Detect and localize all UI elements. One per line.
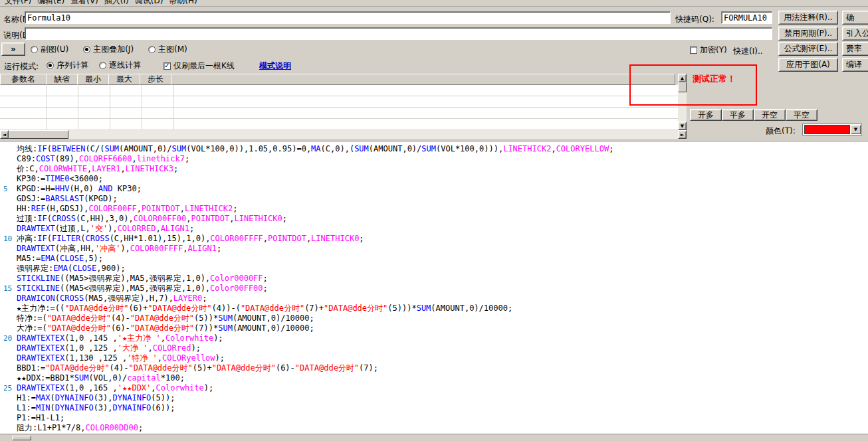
code-line[interactable]: 强弱界定:EMA(CLOSE,900); (0, 264, 868, 274)
code-line[interactable]: P1:=H1-L1; (0, 413, 868, 423)
code-line[interactable]: STICKLINE((MA5>强弱界定),MA5,强弱界定,1,0),Color… (0, 274, 868, 284)
code-line[interactable]: C89:COST(89),COLORFF6600,linethick7; (0, 154, 868, 164)
quick-button[interactable]: 快速(I).. (733, 46, 763, 57)
code-line[interactable]: ★★DDX:=BBD1*SUM(VOL,0)/capital*100; (0, 373, 868, 383)
code-line[interactable]: 15STICKLINE((MA5<强弱界定),MA5,强弱界定,1,0),Col… (0, 284, 868, 294)
right-button[interactable]: 应用于图(A) (778, 58, 838, 72)
code-line[interactable]: 25DRAWTEXTEX(1,0 ,165 ,'★★DDX',Colorwhit… (0, 383, 868, 393)
radio-option[interactable]: 副图(U) (31, 44, 68, 55)
code-line[interactable]: 大净:=("DATA@dde分时"(6)-"DATA@dde分时"(7))*SU… (0, 323, 868, 333)
code-line[interactable]: MA5:=EMA(CLOSE,5); (0, 254, 868, 264)
code-line[interactable]: 过顶:IF(CROSS(C,HH),3,0),COLOR00FF00,POINT… (0, 214, 868, 224)
param-table-body[interactable] (0, 85, 678, 130)
code-line[interactable]: 价:C,COLORWHITE,LAYER1,LINETHICK3; (0, 164, 868, 174)
code-line[interactable]: 5KPGD:=H=HHV(H,0) AND KP30; (0, 184, 868, 194)
menu-item[interactable]: 调试(D) (134, 0, 165, 6)
code-text: KP30:=TIME0<36000; (17, 174, 103, 183)
param-table-header-cell[interactable]: 最小 (77, 74, 109, 85)
right-button-clipped[interactable]: 费率 (842, 42, 868, 56)
table-grid-line (110, 85, 110, 130)
bottom-scroll-thumb[interactable] (12, 436, 31, 440)
code-token: , (156, 224, 160, 233)
code-token: FILTER (52, 234, 80, 243)
refresh-last-bar-checkbox[interactable]: 仅刷最后一根K线 (163, 60, 235, 72)
radio-option[interactable]: 主图叠加(J) (83, 44, 134, 55)
code-line[interactable]: L1:=MIN(DYNAINFO(3),DYNAINFO(6)); (0, 403, 868, 413)
right-button-clipped[interactable]: 编译 (842, 58, 868, 72)
code-line[interactable]: DRAWTEXTEX(1,0 ,125 ,'大净 ',COLORred); (0, 343, 868, 353)
code-line[interactable]: 10冲高:IF(FILTER(CROSS(C,HH*1.01),15),1,0)… (0, 234, 868, 244)
scroll-up-icon[interactable]: ▲ (678, 74, 687, 82)
vscroll-thumb[interactable] (678, 82, 687, 92)
code-token: ; (202, 294, 207, 303)
param-table-hscrollbar[interactable]: ◄ ► (0, 130, 687, 139)
code-line[interactable]: DRAWTEXTEX(1,130 ,125 ,'特净 ',COLORyellow… (0, 353, 868, 363)
code-line[interactable]: DRAWTEXT(过顶,L,'突'),COLORRED,ALIGN1; (0, 224, 868, 234)
table-row[interactable] (0, 108, 678, 119)
code-token: STICKLINE (17, 284, 60, 293)
table-row[interactable] (0, 119, 678, 130)
mode-help-link[interactable]: 模式说明 (259, 60, 291, 72)
radio-option[interactable]: 序列计算 (47, 60, 88, 71)
right-button[interactable]: 公式测评(E).. (778, 42, 838, 56)
code-editor[interactable]: 均线:IF(BETWEEN(C/(SUM(AMOUNT,0)/SUM(VOL*1… (0, 141, 868, 434)
code-line[interactable]: DRAWTEXT(冲高,HH,'冲高'),COLOR00FFFF,ALIGN1; (0, 244, 868, 254)
code-line[interactable]: 阻力:L1+P1*7/8,COLOR00DD00; (0, 423, 868, 433)
code-token: C89: (17, 154, 36, 163)
code-line[interactable]: BBD1:="DATA@dde分时"(4)-"DATA@dde分时"(5)+"D… (0, 363, 868, 373)
encrypt-checkbox[interactable]: 加密(Y) (690, 44, 727, 56)
param-table-vscrollbar[interactable]: ▲ ▼ (678, 74, 687, 130)
radio-option[interactable]: 主图(M) (148, 44, 187, 55)
chevron-down-icon[interactable]: ▼ (851, 125, 861, 134)
shortcut-input[interactable] (721, 11, 772, 24)
menu-item[interactable]: 插入(I) (103, 0, 130, 6)
param-table-header-cell[interactable] (171, 74, 675, 85)
radio-option[interactable]: 逐线计算 (99, 60, 141, 71)
code-token: , (148, 343, 152, 353)
hscroll-thumb[interactable] (9, 130, 68, 139)
right-button-clipped[interactable]: 引入公 (842, 27, 868, 41)
right-button[interactable]: 禁用周期(P).. (778, 27, 838, 41)
table-row[interactable] (0, 85, 678, 96)
menu-item[interactable]: 帮助(H) (167, 0, 198, 6)
code-token: ); (191, 343, 200, 353)
param-table-header-cell[interactable]: 最大 (108, 74, 140, 85)
code-line[interactable]: 均线:IF(BETWEEN(C/(SUM(AMOUNT,0)/SUM(VOL*1… (0, 144, 868, 154)
code-line[interactable]: ★主力净:=(("DATA@dde分时"(6)+"DATA@dde分时"(4))… (0, 304, 868, 313)
code-text: DRAWTEXT(过顶,L,'突'),COLORRED,ALIGN1; (17, 224, 194, 233)
code-text: BBD1:="DATA@dde分时"(4)-"DATA@dde分时"(5)+"D… (17, 363, 378, 373)
table-row[interactable] (0, 96, 678, 108)
code-line[interactable]: 20DRAWTEXTEX(1,0 ,145 ,'★主力净 ',Colorwhit… (0, 333, 868, 343)
code-token: , (137, 204, 142, 213)
param-table-header-cell[interactable]: 步长 (140, 74, 171, 85)
trade-button[interactable]: 平多 (722, 109, 754, 121)
scroll-left-icon[interactable]: ◄ (0, 130, 9, 139)
code-token: "DATA@dde分时" (212, 363, 276, 373)
expand-button[interactable]: » (1, 43, 25, 56)
menu-item[interactable]: 查看(V) (69, 0, 100, 6)
code-line[interactable]: KP30:=TIME0<36000; (0, 174, 868, 184)
param-table-header-cell[interactable]: 参数名 (0, 74, 47, 85)
trade-button[interactable]: 平空 (786, 109, 817, 121)
scroll-down-icon[interactable]: ▼ (678, 122, 687, 130)
menu-item[interactable]: 编辑(E) (36, 0, 66, 6)
code-text: HH:REF(H,GDSJ),COLORF00FF,POINTDOT,LINET… (17, 204, 237, 213)
scroll-right-icon[interactable]: ► (678, 130, 687, 139)
code-line[interactable]: HH:REF(H,GDSJ),COLORF00FF,POINTDOT,LINET… (0, 204, 868, 214)
code-line[interactable]: DRAWICON(CROSS(MA5,强弱界定),H,7),LAYER0; (0, 294, 868, 304)
right-button-clipped[interactable]: 确 (842, 11, 868, 25)
code-line[interactable]: GDSJ:=BARSLAST(KPGD); (0, 194, 868, 204)
code-line[interactable]: 特净:=("DATA@dde分时"(4)-"DATA@dde分时"(5))*SU… (0, 313, 868, 323)
right-button[interactable]: 用法注释(R).. (778, 11, 838, 25)
color-picker-combo[interactable]: ▼ (802, 124, 862, 135)
code-line[interactable]: H1:=MAX(DYNAINFO(3),DYNAINFO(5)); (0, 393, 868, 403)
name-input[interactable] (25, 11, 671, 24)
code-token: ); (215, 353, 225, 363)
line-number: 10 (0, 234, 13, 244)
param-table-header-cell[interactable]: 缺省 (46, 74, 78, 85)
menu-item[interactable]: 文件(F) (3, 0, 33, 6)
description-input[interactable] (25, 27, 772, 40)
trade-button[interactable]: 开多 (690, 109, 722, 121)
trade-button[interactable]: 开空 (754, 109, 786, 121)
editor-bottom-scrollbar[interactable] (0, 434, 868, 441)
